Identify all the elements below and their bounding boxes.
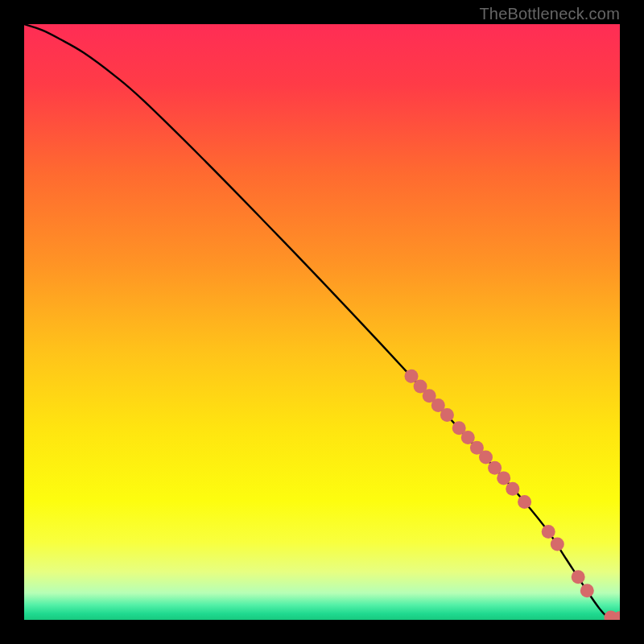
highlight-dot (580, 584, 594, 597)
highlight-dots (405, 369, 621, 620)
plot-area (24, 24, 620, 620)
dots-layer (24, 24, 620, 620)
highlight-dot (551, 538, 564, 551)
highlight-dot (479, 450, 493, 464)
watermark-text: TheBottleneck.com (479, 5, 620, 23)
chart-stage: TheBottleneck.com (0, 0, 644, 644)
highlight-dot (542, 525, 555, 539)
highlight-dot (506, 482, 519, 496)
highlight-dot (497, 471, 510, 485)
highlight-dot (572, 570, 585, 584)
highlight-dot (440, 408, 454, 422)
highlight-dot (518, 495, 531, 509)
